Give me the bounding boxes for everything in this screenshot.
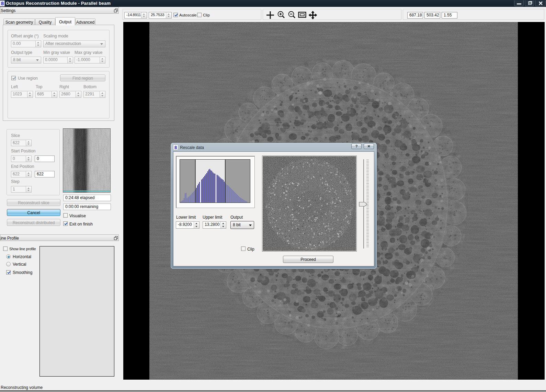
svg-text:8: 8 (174, 145, 177, 150)
svg-text:8: 8 (1, 0, 4, 6)
